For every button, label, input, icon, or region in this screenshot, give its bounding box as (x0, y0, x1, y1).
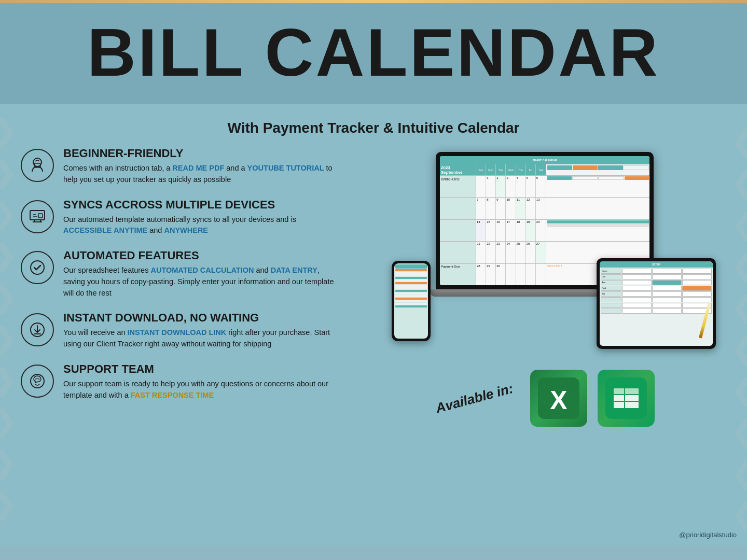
automated-text: AUTOMATED FEATURES Our spreadsheet featu… (63, 249, 342, 299)
instant-download-link-text: INSTANT DOWNLOAD LINK (128, 328, 227, 337)
device-mockup: SMART CALENDAR 2023September Sun Mon Tue… (363, 152, 726, 349)
fast-response-time-text: FAST RESPONSE TIME (131, 391, 214, 399)
instant-download-icon (21, 313, 54, 346)
accessible-anytime-text: ACCESSIBLE ANYTIME (63, 226, 147, 234)
svg-point-6 (31, 374, 44, 388)
excel-icon: X (530, 370, 587, 427)
svg-point-4 (31, 261, 44, 274)
tablet-mockup: SETUP Name Due (597, 258, 716, 349)
beginner-friendly-title: BEGINNER-FRIENDLY (63, 147, 342, 160)
automated-icon (21, 251, 54, 284)
subtitle-text: With Payment Tracker & Intuitive Calenda… (227, 120, 519, 136)
syncs-devices-desc: Our automated template automatically syn… (63, 214, 342, 237)
svg-point-7 (35, 379, 36, 380)
support-text: SUPPORT TEAM Our support team is ready t… (63, 362, 342, 401)
feature-support: SUPPORT TEAM Our support team is ready t… (21, 362, 342, 401)
header: BILL CALENDAR (0, 3, 747, 104)
beginner-friendly-text: BEGINNER-FRIENDLY Comes with an instruct… (63, 147, 342, 186)
automated-calc-text: AUTOMATED CALCULATION (150, 266, 254, 274)
main-content: ❯ ❯ ❯ ❯ ❯ ❯ ❯ ❯ ❯ ❯ ❮ ❮ ❮ ❮ ❮ ❮ ❮ ❮ ❮ ❮ … (0, 104, 747, 545)
syncs-devices-text: SYNCS ACCROSS MULTIPLE DEVICES Our autom… (63, 198, 342, 237)
feature-instant-download: INSTANT DOWNLOAD, NO WAITING You will re… (21, 311, 342, 350)
svg-rect-3 (38, 214, 43, 218)
beginner-friendly-icon (21, 149, 54, 182)
feature-syncs-devices: SYNCS ACCROSS MULTIPLE DEVICES Our autom… (21, 198, 342, 237)
spreadsheet-title-bar: SMART CALENDAR (440, 156, 649, 164)
feature-automated: AUTOMATED FEATURES Our spreadsheet featu… (21, 249, 342, 299)
data-entry-text: DATA ENTRY (271, 266, 317, 274)
automated-title: AUTOMATED FEATURES (63, 249, 342, 262)
two-column-layout: BEGINNER-FRIENDLY Comes with an instruct… (0, 147, 747, 427)
footer-handle: @prioridigitalstudio (679, 531, 737, 539)
phone-mockup (392, 261, 431, 341)
syncs-devices-title: SYNCS ACCROSS MULTIPLE DEVICES (63, 198, 342, 212)
beginner-friendly-desc: Comes with an instruction tab, a READ ME… (63, 163, 342, 186)
instagram-handle: @prioridigitalstudio (679, 531, 737, 539)
support-desc: Our support team is ready to help you wi… (63, 379, 342, 401)
features-column: BEGINNER-FRIENDLY Comes with an instruct… (21, 147, 342, 427)
read-me-pdf-link: READ ME PDF (172, 164, 224, 172)
instant-download-text: INSTANT DOWNLOAD, NO WAITING You will re… (63, 311, 342, 350)
instant-download-title: INSTANT DOWNLOAD, NO WAITING (63, 311, 342, 325)
automated-desc: Our spreadsheet features AUTOMATED CALCU… (63, 265, 342, 299)
sheets-icon (598, 370, 655, 427)
svg-text:X: X (550, 386, 567, 415)
anywhere-text: ANYWHERE (164, 226, 208, 234)
phone-screen (394, 263, 428, 339)
support-title: SUPPORT TEAM (63, 362, 342, 376)
subtitle-row: With Payment Tracker & Intuitive Calenda… (0, 104, 747, 147)
instant-download-desc: You will receive an INSTANT DOWNLOAD LIN… (63, 327, 342, 350)
available-label: Available in: (434, 380, 515, 416)
support-icon (21, 365, 54, 398)
youtube-tutorial-link: YOUTUBE TUTORIAL (247, 164, 324, 172)
svg-point-8 (38, 379, 39, 380)
svg-rect-17 (613, 388, 639, 395)
syncs-devices-icon (21, 200, 54, 233)
available-section: Available in: X (363, 370, 726, 427)
feature-beginner-friendly: BEGINNER-FRIENDLY Comes with an instruct… (21, 147, 342, 186)
page-title: BILL CALENDAR (0, 19, 747, 86)
right-column: SMART CALENDAR 2023September Sun Mon Tue… (363, 147, 726, 427)
tablet-screen: SETUP Name Due (600, 261, 713, 346)
